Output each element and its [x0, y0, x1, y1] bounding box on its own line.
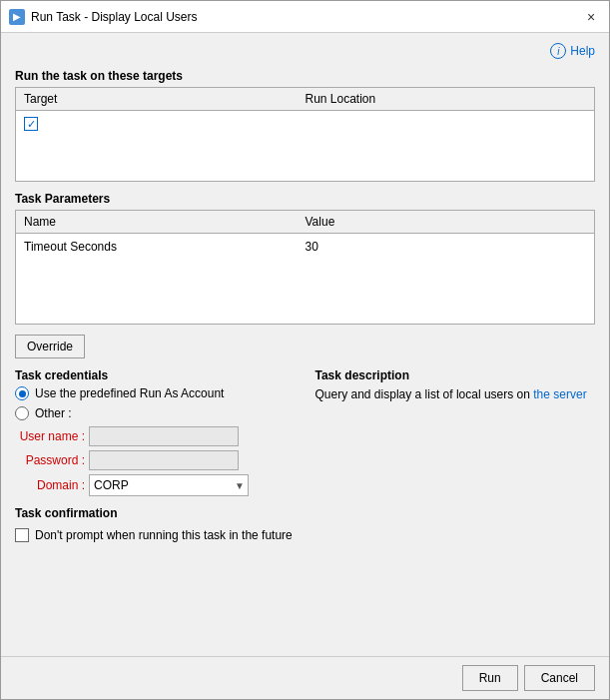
radio-group: Use the predefined Run As Account Other …	[15, 386, 296, 420]
password-row: Password :	[15, 450, 296, 470]
credentials-label: Task credentials	[15, 368, 296, 382]
task-description-text: Query and display a list of local users …	[315, 386, 596, 403]
domain-row: Domain : CORP ▼	[15, 474, 296, 496]
footer-buttons: Run Cancel	[1, 656, 609, 699]
param-name-cell: Timeout Seconds	[24, 240, 305, 254]
predefined-radio-label: Use the predefined Run As Account	[35, 386, 224, 400]
run-location-cell	[305, 117, 587, 131]
override-section: Override	[15, 335, 595, 358]
params-table: Name Value Timeout Seconds 30	[15, 210, 595, 325]
other-radio[interactable]	[15, 406, 29, 420]
task-desc-text1: Query and display a list of local users …	[315, 387, 530, 401]
confirmation-checkbox-label: Don't prompt when running this task in t…	[35, 528, 293, 542]
targets-table: Target Run Location	[15, 87, 595, 182]
confirmation-section: Task confirmation Don't prompt when runn…	[15, 506, 595, 542]
target-checkbox[interactable]	[24, 117, 38, 131]
credentials-section: Task credentials Use the predefined Run …	[15, 368, 296, 496]
content-area: i Help Run the task on these targets Tar…	[1, 33, 609, 656]
params-table-body: Timeout Seconds 30	[16, 234, 594, 324]
task-desc-text2: the server	[530, 387, 587, 401]
table-row	[24, 115, 586, 133]
password-label: Password :	[15, 453, 85, 467]
predefined-radio-row[interactable]: Use the predefined Run As Account	[15, 386, 296, 400]
targets-table-header: Target Run Location	[16, 88, 594, 111]
run-location-col-header: Run Location	[305, 92, 587, 106]
params-section: Task Parameters Name Value Timeout Secon…	[15, 192, 595, 325]
help-icon: i	[550, 43, 566, 59]
target-col-header: Target	[24, 92, 305, 106]
window-icon: ▶	[9, 9, 25, 25]
password-input[interactable]	[89, 450, 239, 470]
table-row: Timeout Seconds 30	[24, 238, 586, 256]
username-row: User name :	[15, 426, 296, 446]
window-title: Run Task - Display Local Users	[31, 10, 581, 24]
cancel-button[interactable]: Cancel	[524, 665, 595, 691]
target-checkbox-cell	[24, 117, 305, 131]
form-fields: User name : Password : Domain : CORP	[15, 426, 296, 496]
title-bar: ▶ Run Task - Display Local Users ×	[1, 1, 609, 33]
params-section-label: Task Parameters	[15, 192, 595, 206]
close-button[interactable]: ×	[581, 7, 601, 27]
value-col-header: Value	[305, 215, 587, 229]
params-table-header: Name Value	[16, 211, 594, 234]
task-description-section: Task description Query and display a lis…	[315, 368, 596, 496]
targets-section-label: Run the task on these targets	[15, 69, 595, 83]
main-window: ▶ Run Task - Display Local Users × i Hel…	[0, 0, 610, 700]
domain-select[interactable]: CORP	[89, 474, 249, 496]
help-link[interactable]: i Help	[550, 43, 595, 59]
predefined-radio[interactable]	[15, 386, 29, 400]
override-button[interactable]: Override	[15, 335, 85, 358]
domain-select-wrapper: CORP ▼	[89, 474, 249, 496]
run-button[interactable]: Run	[462, 665, 518, 691]
task-description-label: Task description	[315, 368, 596, 382]
confirmation-label: Task confirmation	[15, 506, 595, 520]
targets-table-body	[16, 111, 594, 181]
confirmation-row: Don't prompt when running this task in t…	[15, 528, 595, 542]
name-col-header: Name	[24, 215, 305, 229]
other-radio-row[interactable]: Other :	[15, 406, 296, 420]
param-value-cell: 30	[305, 240, 587, 254]
two-col-section: Task credentials Use the predefined Run …	[15, 368, 595, 496]
domain-label: Domain :	[15, 478, 85, 492]
help-row: i Help	[15, 43, 595, 59]
username-input[interactable]	[89, 426, 239, 446]
help-label: Help	[570, 44, 595, 58]
username-label: User name :	[15, 429, 85, 443]
targets-section: Run the task on these targets Target Run…	[15, 69, 595, 182]
confirmation-checkbox[interactable]	[15, 528, 29, 542]
other-radio-label: Other :	[35, 406, 72, 420]
